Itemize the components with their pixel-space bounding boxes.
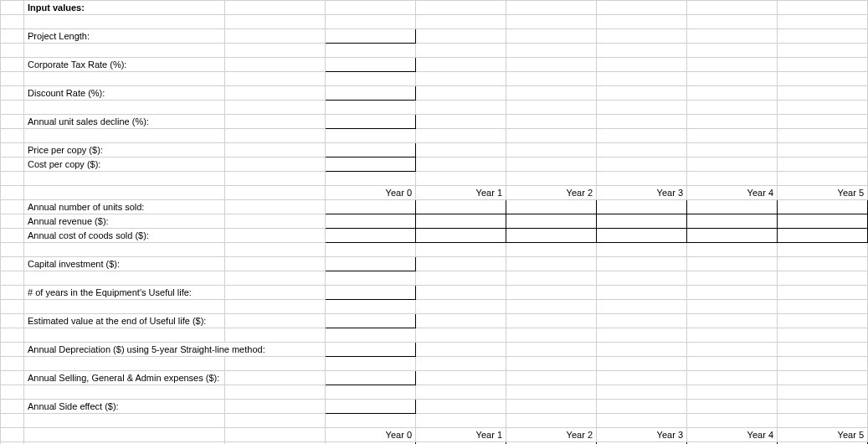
- row-capital-inv: Capital investment ($):: [1, 257, 869, 271]
- input-project-length[interactable]: [326, 29, 416, 44]
- label-project-length: Project Length:: [24, 29, 225, 44]
- row-est-value: Estimated value at the end of Useful lif…: [1, 314, 869, 328]
- input-revenue-y4[interactable]: [687, 214, 778, 229]
- title-cell: Input values:: [24, 1, 225, 15]
- label-price-per-copy: Price per copy ($):: [24, 143, 225, 157]
- label-capital-inv: Capital investment ($):: [24, 257, 225, 271]
- row-year-header-2: Year 0 Year 1 Year 2 Year 3 Year 4 Year …: [1, 428, 869, 442]
- input-units-y1[interactable]: [416, 200, 506, 214]
- year1-header: Year 1: [416, 186, 506, 200]
- year2-header-2: Year 2: [506, 428, 597, 442]
- row-year-header-1: Year 0 Year 1 Year 2 Year 3 Year 4 Year …: [1, 186, 869, 200]
- row-price-per-copy: Price per copy ($):: [1, 143, 869, 157]
- label-corp-tax-rate: Corporate Tax Rate (%):: [24, 58, 225, 72]
- input-annual-decline[interactable]: [326, 115, 416, 129]
- input-cogs-y0[interactable]: [326, 229, 416, 243]
- row-useful-life: # of years in the Equipment's Useful lif…: [1, 286, 869, 300]
- input-discount-rate[interactable]: [326, 86, 416, 101]
- input-sga[interactable]: [326, 371, 416, 385]
- year0-header-2: Year 0: [326, 428, 416, 442]
- label-annual-units: Annual number of units sold:: [24, 200, 225, 214]
- label-discount-rate: Discount Rate (%):: [24, 86, 225, 101]
- year5-header: Year 5: [778, 186, 868, 200]
- year5-header-2: Year 5: [778, 428, 868, 442]
- label-annual-revenue: Annual revenue ($):: [24, 214, 225, 229]
- year1-header-2: Year 1: [416, 428, 506, 442]
- input-cogs-y1[interactable]: [416, 229, 506, 243]
- label-est-value: Estimated value at the end of Useful lif…: [24, 314, 225, 328]
- year2-header: Year 2: [506, 186, 597, 200]
- input-price-per-copy[interactable]: [326, 143, 416, 157]
- year0-header: Year 0: [326, 186, 416, 200]
- input-corp-tax-rate[interactable]: [326, 58, 416, 72]
- row-side-effect: Annual Side effect ($):: [1, 400, 869, 414]
- row-annual-decline: Annual unit sales decline (%):: [1, 115, 869, 129]
- input-cogs-y4[interactable]: [687, 229, 778, 243]
- input-cogs-y3[interactable]: [597, 229, 687, 243]
- year4-header-2: Year 4: [687, 428, 778, 442]
- input-units-y3[interactable]: [597, 200, 687, 214]
- input-revenue-y2[interactable]: [506, 214, 597, 229]
- row-annual-cogs: Annual cost of coods sold ($):: [1, 229, 869, 243]
- row-depreciation: Annual Depreciation ($) using 5-year Str…: [1, 343, 869, 357]
- input-revenue-y1[interactable]: [416, 214, 506, 229]
- row-project-length: Project Length:: [1, 29, 869, 44]
- label-cost-per-copy: Cost per copy ($):: [24, 157, 225, 172]
- input-revenue-y0[interactable]: [326, 214, 416, 229]
- input-useful-life[interactable]: [326, 286, 416, 300]
- row-corp-tax-rate: Corporate Tax Rate (%):: [1, 58, 869, 72]
- year4-header: Year 4: [687, 186, 778, 200]
- input-units-y0[interactable]: [326, 200, 416, 214]
- row-cost-per-copy: Cost per copy ($):: [1, 157, 869, 172]
- label-side-effect: Annual Side effect ($):: [24, 400, 225, 414]
- input-capital-inv[interactable]: [326, 257, 416, 271]
- input-revenue-y5[interactable]: [778, 214, 868, 229]
- spreadsheet: Input values: Project Length: Corporate …: [0, 0, 868, 444]
- year3-header-2: Year 3: [597, 428, 687, 442]
- input-side-effect[interactable]: [326, 400, 416, 414]
- label-annual-decline: Annual unit sales decline (%):: [24, 115, 225, 129]
- input-cogs-y5[interactable]: [778, 229, 868, 243]
- input-units-y2[interactable]: [506, 200, 597, 214]
- input-cogs-y2[interactable]: [506, 229, 597, 243]
- label-sga: Annual Selling, General & Admin expenses…: [24, 371, 225, 385]
- row-sga: Annual Selling, General & Admin expenses…: [1, 371, 869, 385]
- label-depreciation: Annual Depreciation ($) using 5-year Str…: [24, 343, 326, 357]
- label-annual-cogs: Annual cost of coods sold ($):: [24, 229, 225, 243]
- input-units-y5[interactable]: [778, 200, 868, 214]
- input-revenue-y3[interactable]: [597, 214, 687, 229]
- row-annual-units: Annual number of units sold:: [1, 200, 869, 214]
- label-useful-life: # of years in the Equipment's Useful lif…: [24, 286, 225, 300]
- row-title: Input values:: [1, 1, 869, 15]
- row-annual-revenue: Annual revenue ($):: [1, 214, 869, 229]
- year3-header: Year 3: [597, 186, 687, 200]
- input-units-y4[interactable]: [687, 200, 778, 214]
- input-cost-per-copy[interactable]: [326, 157, 416, 172]
- input-est-value[interactable]: [326, 314, 416, 328]
- row-discount-rate: Discount Rate (%):: [1, 86, 869, 101]
- input-depreciation[interactable]: [326, 343, 416, 357]
